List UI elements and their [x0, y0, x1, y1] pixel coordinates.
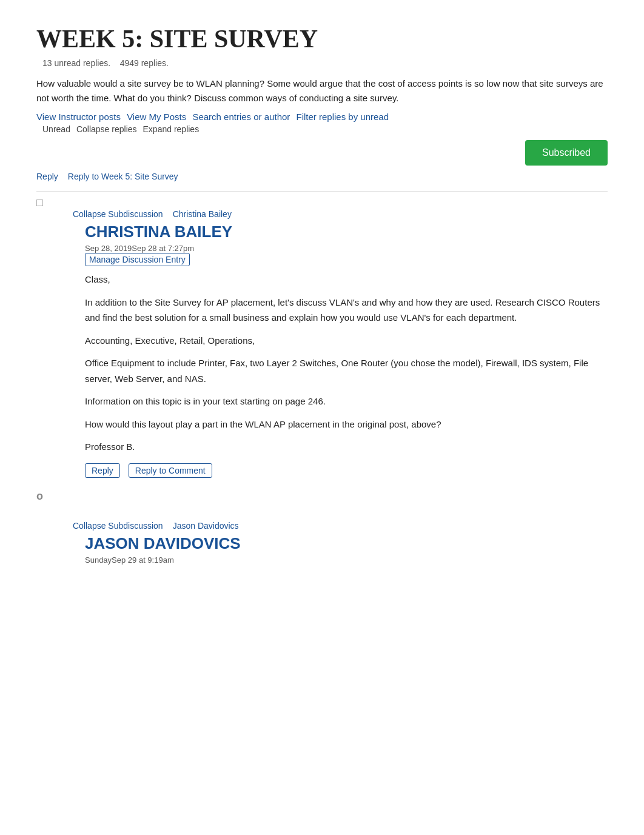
filter-row: Unread Collapse replies Expand replies: [36, 124, 608, 134]
post-body-paragraph: Professor B.: [85, 439, 608, 455]
subscribed-btn-row: Subscribed: [36, 140, 608, 166]
post-body-paragraph: Class,: [85, 272, 608, 287]
post-body-paragraph: How would this layout play a part in the…: [85, 417, 608, 432]
subdiscussion-header-2: Collapse Subdiscussion Jason Davidovics: [73, 521, 608, 531]
page-title: WEEK 5: SITE SURVEY: [36, 24, 608, 53]
post-time-1: Sep 28 at 7:27pm: [132, 244, 194, 253]
post-meta-1: Sep 28, 2019Sep 28 at 7:27pm: [73, 244, 608, 253]
post-date-1: Sep 28, 2019: [85, 244, 132, 253]
subscribed-button[interactable]: Subscribed: [525, 140, 608, 166]
post-body-paragraph: In addition to the Site Survey for AP pl…: [85, 295, 608, 326]
discussion-entry-2: Collapse Subdiscussion Jason Davidovics …: [36, 521, 608, 565]
post-body-paragraph: Information on this topic is in your tex…: [85, 394, 608, 409]
discussion-description: How valuable would a site survey be to W…: [36, 76, 608, 106]
expand-replies[interactable]: Expand replies: [143, 124, 200, 134]
entry-reply-row-1: Reply Reply to Comment: [73, 463, 608, 478]
post-date-2: Sunday: [85, 555, 112, 565]
action-links: View Instructor posts View My Posts Sear…: [36, 112, 608, 122]
filter-replies-link[interactable]: Filter replies by unread: [296, 112, 389, 122]
manage-discussion-entry-1[interactable]: Manage Discussion Entry: [85, 253, 190, 266]
collapse-subdiscussion-2[interactable]: Collapse Subdiscussion: [73, 521, 163, 531]
reply-to-survey-link[interactable]: Reply to Week 5: Site Survey: [68, 172, 178, 181]
post-body-paragraph: Accounting, Executive, Retail, Operation…: [85, 333, 608, 349]
collapse-subdiscussion-1[interactable]: Collapse Subdiscussion: [73, 209, 163, 219]
post-meta-2: SundaySep 29 at 9:19am: [73, 555, 608, 565]
unread-filter[interactable]: Unread: [42, 124, 70, 134]
total-count: 4949 replies.: [120, 58, 169, 68]
main-reply-row: Reply Reply to Week 5: Site Survey: [36, 172, 608, 192]
search-entries-link[interactable]: Search entries or author: [192, 112, 290, 122]
post-body-paragraph: Office Equipment to include Printer, Fax…: [85, 355, 608, 386]
reply-btn-1[interactable]: Reply: [85, 463, 120, 478]
manage-entry-link-1: Manage Discussion Entry: [73, 254, 608, 264]
post-time-2: Sep 29 at 9:19am: [112, 555, 174, 565]
reply-link[interactable]: Reply: [36, 172, 58, 181]
view-instructor-link[interactable]: View Instructor posts: [36, 112, 121, 122]
reply-to-comment-btn-1[interactable]: Reply to Comment: [129, 463, 212, 478]
author-link-1[interactable]: Christina Bailey: [173, 209, 232, 219]
view-my-posts-link[interactable]: View My Posts: [127, 112, 186, 122]
author-name-large-2: JASON DAVIDOVICS: [73, 534, 608, 553]
reply-count: 13 unread replies. 4949 replies.: [36, 58, 608, 68]
subdiscussion-header-1: Collapse Subdiscussion Christina Bailey: [73, 209, 608, 219]
left-marker-2: o: [36, 490, 608, 503]
discussion-entry-1: Collapse Subdiscussion Christina Bailey …: [36, 209, 608, 478]
post-body-1: Class,In addition to the Site Survey for…: [73, 272, 608, 455]
left-marker-1: □: [36, 196, 608, 209]
collapse-replies[interactable]: Collapse replies: [76, 124, 137, 134]
unread-count: 13 unread replies.: [42, 58, 110, 68]
author-name-large-1: CHRISTINA BAILEY: [73, 223, 608, 241]
author-link-2[interactable]: Jason Davidovics: [173, 521, 239, 531]
